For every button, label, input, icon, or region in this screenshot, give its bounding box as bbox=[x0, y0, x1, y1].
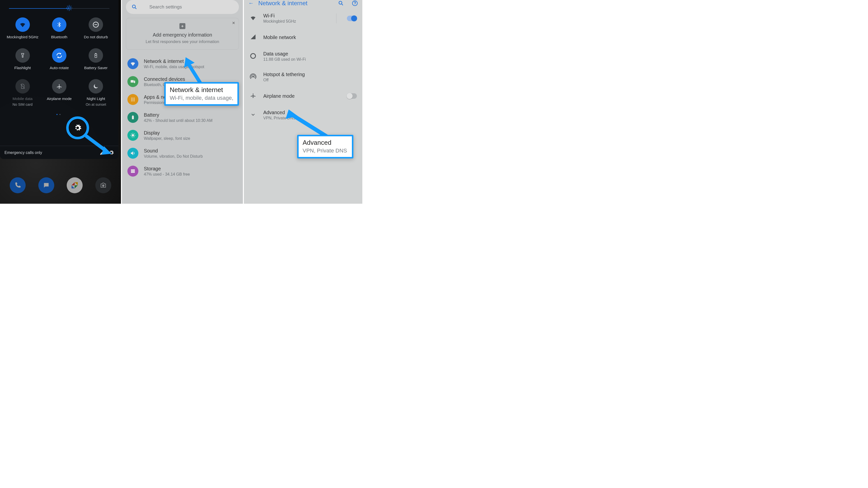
photos-app-icon[interactable] bbox=[67, 177, 83, 193]
settings-panel: Search settings ✕ ＋ Add emergency inform… bbox=[122, 0, 243, 204]
dnd-icon bbox=[89, 18, 103, 32]
svg-rect-16 bbox=[132, 116, 134, 119]
network-row-airplane[interactable]: Airplane mode bbox=[244, 87, 362, 105]
svg-rect-17 bbox=[133, 116, 133, 116]
chevron-down-icon bbox=[249, 112, 257, 119]
plus-icon: ＋ bbox=[179, 23, 185, 29]
page-title: Network & internet bbox=[258, 0, 334, 7]
quick-settings-panel: Mockingbird 5GHz Bluetooth Do not distur… bbox=[0, 0, 121, 204]
row-subtitle: Wallpaper, sleep, font size bbox=[144, 136, 190, 141]
svg-point-24 bbox=[354, 4, 355, 5]
row-subtitle: Off bbox=[263, 78, 305, 82]
qs-tile-sublabel: No SIM card bbox=[12, 102, 33, 106]
row-title: Hotspot & tethering bbox=[263, 72, 305, 77]
svg-point-11 bbox=[132, 99, 133, 100]
svg-point-10 bbox=[131, 99, 132, 100]
row-title: Wi-Fi bbox=[263, 13, 326, 19]
svg-point-12 bbox=[134, 99, 135, 100]
qs-tile-label: Mobile data bbox=[13, 97, 33, 101]
svg-rect-6 bbox=[134, 80, 135, 83]
svg-point-22 bbox=[339, 1, 342, 4]
callout-box-network: Network & internet Wi-Fi, mobile, data u… bbox=[164, 82, 239, 106]
qs-tile-night-light[interactable]: Night Light On at sunset bbox=[79, 79, 114, 106]
wifi-icon bbox=[249, 14, 257, 22]
qs-tile-autorotate[interactable]: Auto-rotate bbox=[41, 48, 76, 70]
network-row-hotspot[interactable]: Hotspot & tetheringOff bbox=[244, 67, 362, 87]
qs-tile-airplane[interactable]: Airplane mode bbox=[41, 79, 76, 106]
search-icon[interactable] bbox=[338, 0, 344, 6]
svg-point-0 bbox=[102, 185, 104, 187]
qs-tile-label: Battery Saver bbox=[84, 66, 107, 70]
row-subtitle: 11.88 GB used on Wi-Fi bbox=[263, 57, 306, 62]
brightness-gear-icon[interactable] bbox=[66, 4, 73, 11]
qs-tile-label: Bluetooth bbox=[51, 35, 67, 39]
hotspot-icon bbox=[249, 73, 257, 81]
qs-tile-sublabel: On at sunset bbox=[86, 102, 106, 106]
row-title: Storage bbox=[144, 166, 190, 172]
emergency-info-card[interactable]: ✕ ＋ Add emergency information Let first … bbox=[126, 18, 239, 50]
row-title: Data usage bbox=[263, 51, 306, 57]
sound-icon bbox=[127, 148, 138, 159]
airplane-icon bbox=[249, 92, 257, 100]
row-subtitle: Mockingbird 5GHz bbox=[263, 19, 326, 24]
camera-app-icon[interactable] bbox=[95, 177, 111, 193]
settings-row-storage[interactable]: Storage47% used - 34.14 GB free bbox=[122, 162, 243, 180]
svg-point-9 bbox=[134, 98, 135, 99]
qs-tile-label: Auto-rotate bbox=[50, 66, 69, 70]
card-subtitle: Let first responders see your informatio… bbox=[131, 39, 234, 44]
svg-point-13 bbox=[131, 100, 132, 101]
messages-app-icon[interactable] bbox=[38, 177, 54, 193]
flashlight-icon bbox=[16, 48, 30, 63]
sim-icon bbox=[16, 79, 30, 94]
apps-icon bbox=[127, 94, 138, 105]
wifi-toggle[interactable] bbox=[347, 16, 357, 21]
help-icon[interactable] bbox=[352, 0, 358, 6]
qs-tile-flashlight[interactable]: Flashlight bbox=[5, 48, 40, 70]
qs-tile-dnd[interactable]: Do not disturb bbox=[79, 18, 114, 39]
card-title: Add emergency information bbox=[131, 32, 234, 38]
qs-tile-battery-saver[interactable]: Battery Saver bbox=[79, 48, 114, 70]
back-arrow-icon[interactable]: ← bbox=[248, 0, 254, 6]
cell-signal-icon bbox=[249, 34, 257, 41]
callout-title: Advanced bbox=[303, 139, 348, 147]
settings-row-sound[interactable]: SoundVolume, vibration, Do Not Disturb bbox=[122, 144, 243, 162]
airplane-icon bbox=[52, 79, 66, 94]
callout-arrow-icon bbox=[85, 134, 115, 157]
qs-tile-mobile-data[interactable]: Mobile data No SIM card bbox=[5, 79, 40, 106]
home-dock bbox=[3, 170, 118, 200]
app-bar: ← Network & internet bbox=[244, 0, 362, 8]
battery-icon bbox=[127, 112, 138, 123]
svg-point-1 bbox=[68, 7, 70, 9]
search-settings-input[interactable]: Search settings bbox=[126, 0, 239, 14]
battery-saver-icon bbox=[89, 48, 103, 63]
brightness-slider[interactable] bbox=[9, 8, 110, 9]
data-usage-icon bbox=[249, 53, 257, 60]
phone-app-icon[interactable] bbox=[10, 177, 26, 193]
settings-row-display[interactable]: DisplayWallpaper, sleep, font size bbox=[122, 126, 243, 144]
gear-icon[interactable] bbox=[74, 124, 82, 132]
network-row-mobile[interactable]: Mobile network bbox=[244, 29, 362, 46]
svg-rect-19 bbox=[131, 169, 135, 170]
settings-row-battery[interactable]: Battery42% - Should last until about 10:… bbox=[122, 108, 243, 126]
qs-tile-label: Night Light bbox=[87, 97, 105, 101]
wifi-icon bbox=[16, 18, 30, 32]
search-icon bbox=[131, 4, 137, 10]
settings-row-network[interactable]: Network & internetWi-Fi, mobile, data us… bbox=[122, 55, 243, 73]
qs-tile-bluetooth[interactable]: Bluetooth bbox=[41, 18, 76, 39]
close-icon[interactable]: ✕ bbox=[232, 21, 235, 25]
network-row-wifi[interactable]: Wi-FiMockingbird 5GHz bbox=[244, 8, 362, 29]
row-subtitle: 47% used - 34.14 GB free bbox=[144, 172, 190, 176]
autorotate-icon bbox=[52, 48, 66, 63]
network-row-data-usage[interactable]: Data usage11.88 GB used on Wi-Fi bbox=[244, 46, 362, 67]
svg-rect-21 bbox=[131, 172, 135, 173]
row-title: Sound bbox=[144, 148, 203, 154]
network-icon bbox=[127, 58, 138, 69]
row-title: Mobile network bbox=[263, 35, 296, 40]
svg-point-8 bbox=[132, 98, 133, 99]
storage-icon bbox=[127, 166, 138, 176]
qs-tile-wifi[interactable]: Mockingbird 5GHz bbox=[5, 18, 40, 39]
row-title: Battery bbox=[144, 112, 213, 118]
airplane-toggle[interactable] bbox=[347, 93, 357, 99]
moon-icon bbox=[89, 79, 103, 94]
qs-tile-label: Flashlight bbox=[14, 66, 31, 70]
